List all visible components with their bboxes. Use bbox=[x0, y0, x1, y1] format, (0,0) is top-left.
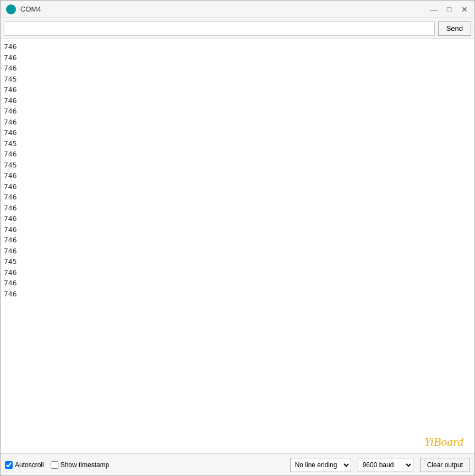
output-line: 746 bbox=[4, 170, 471, 181]
output-line: 746 bbox=[4, 203, 471, 214]
output-line: 746 bbox=[4, 84, 471, 95]
output-line: 746 bbox=[4, 181, 471, 192]
minimize-button[interactable]: — bbox=[429, 5, 438, 14]
output-line: 746 bbox=[4, 117, 471, 128]
send-button[interactable]: Send bbox=[438, 21, 471, 36]
output-line: 746 bbox=[4, 52, 471, 63]
output-line: 745 bbox=[4, 256, 471, 267]
window-title: COM4 bbox=[20, 5, 429, 13]
show-timestamp-text: Show timestamp bbox=[61, 461, 110, 469]
autoscroll-checkbox[interactable] bbox=[5, 461, 13, 469]
status-bar: Autoscroll Show timestamp No line ending… bbox=[1, 453, 474, 475]
watermark-text: YiBoard bbox=[424, 435, 463, 449]
clear-output-button[interactable]: Clear output bbox=[420, 458, 470, 472]
output-line: 746 bbox=[4, 289, 471, 300]
line-ending-select[interactable]: No line endingNewlineCarriage returnBoth… bbox=[290, 458, 351, 472]
autoscroll-label[interactable]: Autoscroll bbox=[5, 461, 44, 469]
output-line: 746 bbox=[4, 267, 471, 278]
output-line: 746 bbox=[4, 224, 471, 235]
output-line: 746 bbox=[4, 192, 471, 203]
output-line: 746 bbox=[4, 95, 471, 106]
title-bar: COM4 — □ ✕ bbox=[1, 1, 474, 18]
maximize-button[interactable]: □ bbox=[445, 5, 454, 14]
output-line: 746 bbox=[4, 41, 471, 52]
main-window: COM4 — □ ✕ Send 746746746745746746746746… bbox=[0, 0, 475, 476]
output-line: 746 bbox=[4, 149, 471, 160]
app-icon bbox=[6, 4, 16, 14]
output-line: 746 bbox=[4, 278, 471, 289]
output-line: 746 bbox=[4, 235, 471, 246]
show-timestamp-checkbox[interactable] bbox=[51, 461, 58, 469]
output-line: 745 bbox=[4, 138, 471, 149]
output-area[interactable]: 7467467467457467467467467467457467457467… bbox=[1, 39, 474, 453]
output-line: 745 bbox=[4, 74, 471, 85]
toolbar: Send bbox=[1, 18, 474, 39]
output-line: 746 bbox=[4, 63, 471, 74]
output-line: 746 bbox=[4, 127, 471, 138]
autoscroll-text: Autoscroll bbox=[15, 461, 44, 469]
output-line: 746 bbox=[4, 106, 471, 117]
close-button[interactable]: ✕ bbox=[460, 5, 469, 14]
output-line: 746 bbox=[4, 213, 471, 224]
send-input[interactable] bbox=[4, 21, 435, 36]
window-controls: — □ ✕ bbox=[429, 5, 469, 14]
output-line: 745 bbox=[4, 160, 471, 171]
show-timestamp-label[interactable]: Show timestamp bbox=[51, 461, 110, 469]
baud-rate-select[interactable]: 300 baud1200 baud2400 baud4800 baud9600 … bbox=[358, 458, 413, 472]
output-line: 746 bbox=[4, 246, 471, 257]
